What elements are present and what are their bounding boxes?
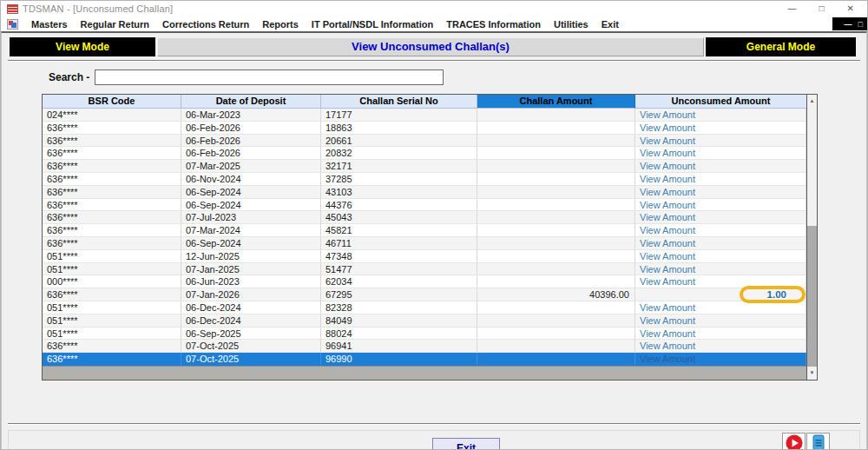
view-amount-link[interactable]: View Amount	[640, 302, 695, 313]
view-amount-link[interactable]: View Amount	[640, 122, 695, 133]
table-row[interactable]: 636****06-Feb-202620832View Amount	[43, 147, 806, 160]
cell-challan-serial-no: 96990	[321, 353, 477, 366]
cell-challan-serial-no: 45821	[321, 224, 477, 237]
menu-item-regular-return[interactable]: Regular Return	[81, 19, 149, 30]
menu-item-utilities[interactable]: Utilities	[554, 19, 589, 30]
table-row[interactable]: 636****06-Sep-202446711View Amount	[43, 237, 806, 250]
view-amount-link[interactable]: View Amount	[640, 276, 695, 287]
cell-challan-amount	[477, 160, 635, 173]
table-row[interactable]: 636****07-Oct-202596990View Amount	[43, 353, 806, 366]
scroll-up-icon[interactable]: ▲	[807, 95, 817, 108]
table-row[interactable]: 051****06-Dec-202482328View Amount	[43, 301, 806, 314]
mdi-window-controls: — □	[832, 17, 867, 30]
video-help-button[interactable]	[782, 433, 806, 450]
view-amount-link[interactable]: View Amount	[640, 251, 695, 261]
cell-bsr-code: 051****	[43, 314, 181, 328]
cell-date-of-deposit: 06-Feb-2026	[181, 122, 321, 135]
cell-challan-amount	[477, 173, 635, 186]
cell-challan-serial-no: 46711	[321, 237, 477, 250]
cell-date-of-deposit: 06-Mar-2023	[181, 109, 321, 122]
menu-item-masters[interactable]: Masters	[31, 19, 68, 30]
cell-challan-serial-no: 43103	[321, 186, 477, 199]
table-row[interactable]: 636****07-Mar-202445821View Amount	[43, 224, 806, 237]
notes-button[interactable]	[806, 433, 830, 450]
cell-bsr-code: 024****	[43, 109, 181, 122]
column-header-challan-serial-no[interactable]: Challan Serial No	[321, 95, 477, 109]
search-label: Search -	[49, 71, 89, 83]
minimize-icon[interactable]: —	[788, 2, 797, 16]
top-divider	[8, 60, 860, 62]
view-amount-link[interactable]: View Amount	[640, 161, 695, 171]
view-amount-link[interactable]: View Amount	[640, 200, 695, 210]
table-row[interactable]: 636****06-Feb-202620661View Amount	[43, 135, 806, 148]
table-row[interactable]: 051****12-Jun-202547348View Amount	[43, 250, 806, 263]
table-row[interactable]: 636****07-Oct-202596941View Amount	[43, 340, 806, 353]
unconsumed-amount-value: 1.00	[640, 288, 806, 301]
mdi-restore-icon[interactable]: □	[858, 20, 863, 29]
table-row[interactable]: 636****07-Jul-202345043View Amount	[43, 211, 806, 224]
view-amount-link[interactable]: View Amount	[640, 315, 695, 326]
maximize-icon[interactable]: □	[819, 2, 825, 16]
table-row[interactable]: 636****06-Nov-202437285View Amount	[43, 173, 806, 186]
column-header-unconsumed-amount[interactable]: Unconsumed Amount	[635, 95, 806, 109]
view-amount-link[interactable]: View Amount	[640, 187, 695, 197]
view-amount-link[interactable]: View Amount	[640, 354, 695, 364]
menu-item-traces[interactable]: TRACES Information	[446, 19, 541, 30]
column-header-challan-amount[interactable]: Challan Amount	[477, 95, 635, 109]
table-row[interactable]: 051****07-Jan-202551477View Amount	[43, 263, 806, 276]
table-row[interactable]: 636****07-Mar-202532171View Amount	[43, 160, 806, 173]
view-mode-button[interactable]: View Mode	[10, 37, 155, 56]
table-row[interactable]: 051****06-Dec-202484049View Amount	[43, 314, 806, 328]
view-amount-link[interactable]: View Amount	[640, 238, 695, 248]
table-main: BSR Code Date of Deposit Challan Serial …	[43, 95, 806, 380]
vertical-scrollbar[interactable]: ▲ ▼	[806, 95, 817, 380]
table-row[interactable]: 636****06-Sep-202443103View Amount	[43, 186, 806, 199]
table-row[interactable]: 636****06-Feb-202618863View Amount	[43, 122, 806, 135]
cell-challan-amount	[477, 199, 635, 212]
view-amount-link[interactable]: View Amount	[640, 174, 695, 184]
challan-table: BSR Code Date of Deposit Challan Serial …	[42, 94, 818, 381]
cell-challan-serial-no: 18863	[321, 122, 477, 135]
view-amount-link[interactable]: View Amount	[640, 264, 695, 275]
menu-item-corrections-return[interactable]: Corrections Return	[162, 19, 249, 30]
menu-item-it-portal-nsdl[interactable]: IT Portal/NSDL Information	[312, 19, 433, 30]
cell-challan-serial-no: 32171	[321, 160, 477, 173]
table-row[interactable]: 636****06-Sep-202444376View Amount	[43, 199, 806, 212]
table-row[interactable]: 051****06-Sep-202588024View Amount	[43, 328, 806, 341]
table-header-row: BSR Code Date of Deposit Challan Serial …	[43, 95, 806, 109]
cell-challan-amount	[477, 340, 635, 353]
search-input[interactable]	[95, 69, 444, 85]
view-amount-link[interactable]: View Amount	[640, 109, 695, 120]
table-row[interactable]: 000****06-Jun-202362034View Amount	[43, 275, 806, 288]
menu-item-exit[interactable]: Exit	[602, 19, 619, 30]
cell-challan-amount	[477, 263, 635, 276]
column-header-date-of-deposit[interactable]: Date of Deposit	[181, 95, 321, 109]
cell-bsr-code: 636****	[43, 224, 181, 237]
view-amount-link[interactable]: View Amount	[640, 148, 695, 158]
cell-challan-amount	[477, 135, 635, 148]
scroll-down-icon[interactable]: ▼	[807, 367, 817, 380]
table-row[interactable]: 636****07-Jan-20266729540396.001.00	[43, 288, 806, 301]
scrollbar-thumb[interactable]	[807, 226, 817, 367]
cell-unconsumed-amount: View Amount	[635, 328, 806, 341]
cell-challan-serial-no: 20661	[321, 135, 477, 148]
cell-challan-amount	[477, 109, 635, 122]
cell-bsr-code: 636****	[43, 160, 181, 173]
general-mode-button[interactable]: General Mode	[706, 37, 856, 56]
cell-challan-amount	[477, 186, 635, 199]
cell-bsr-code: 636****	[43, 173, 181, 186]
view-amount-link[interactable]: View Amount	[640, 328, 695, 339]
view-amount-link[interactable]: View Amount	[640, 136, 695, 146]
column-header-bsr-code[interactable]: BSR Code	[43, 95, 181, 109]
table-row[interactable]: 024****06-Mar-202317177View Amount	[43, 109, 806, 122]
view-amount-link[interactable]: View Amount	[640, 341, 695, 351]
view-amount-link[interactable]: View Amount	[640, 225, 695, 235]
exit-button[interactable]: Exit	[432, 438, 500, 450]
mdi-minimize-icon[interactable]: —	[845, 20, 852, 29]
cell-date-of-deposit: 06-Dec-2024	[181, 301, 321, 314]
cell-unconsumed-amount: View Amount	[635, 199, 806, 212]
close-icon[interactable]: ✕	[847, 2, 854, 16]
cell-bsr-code: 636****	[43, 340, 181, 353]
view-amount-link[interactable]: View Amount	[640, 212, 695, 222]
menu-item-reports[interactable]: Reports	[262, 19, 299, 30]
